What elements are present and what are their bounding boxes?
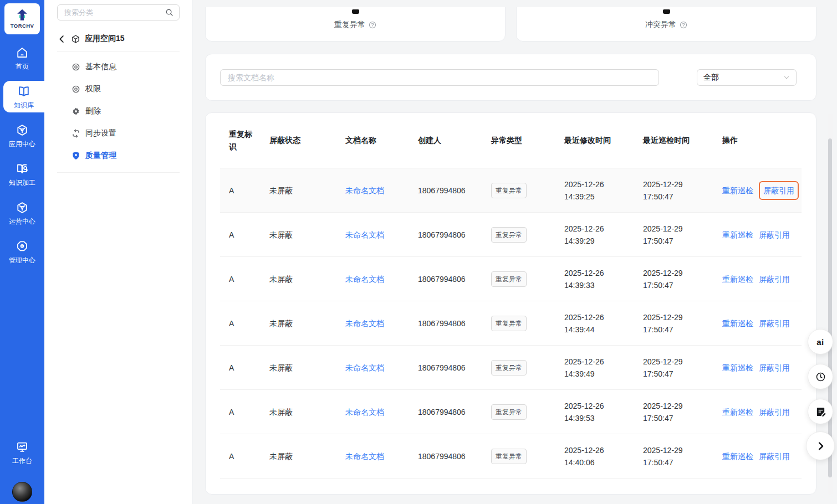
- duplicate-mark: A: [220, 362, 261, 374]
- torchv-logo-icon: [15, 9, 29, 22]
- rail-nav-knowledge-base[interactable]: 知识库: [3, 81, 44, 112]
- column-header: 操作: [713, 134, 802, 147]
- chevron-down-icon: [783, 74, 790, 81]
- inspected-time: 2025-12-29 17:50:47: [634, 444, 713, 469]
- block-reference-link[interactable]: 屏蔽引用: [759, 181, 799, 200]
- recheck-link[interactable]: 重新巡检: [722, 229, 753, 241]
- help-icon[interactable]: [680, 21, 687, 29]
- rail-nav-app-center[interactable]: 应用中心: [0, 120, 44, 151]
- table-row: A 未屏蔽 未命名文档 18067994806 重复异常 2025-12-26 …: [220, 346, 802, 390]
- recheck-link[interactable]: 重新巡检: [722, 317, 753, 330]
- anomaly-table-panel: 重复标识 屏蔽状态 文档名称 创建人 异常类型 最近修改时间 最近巡检时间 操作…: [205, 112, 816, 495]
- floating-button-notes[interactable]: [808, 399, 833, 424]
- document-name-link[interactable]: 未命名文档: [345, 186, 384, 195]
- document-name-link[interactable]: 未命名文档: [345, 363, 384, 372]
- block-reference-link[interactable]: 屏蔽引用: [759, 317, 790, 330]
- sidebar-item-quality-management[interactable]: 质量管理: [57, 145, 180, 167]
- scrollbar-thumb[interactable]: [828, 138, 832, 477]
- recheck-link[interactable]: 重新巡检: [722, 362, 753, 374]
- document-name-link[interactable]: 未命名文档: [345, 319, 384, 328]
- document-name-link[interactable]: 未命名文档: [345, 408, 384, 416]
- floating-button-history[interactable]: [808, 364, 833, 389]
- stat-number-clipped: [663, 9, 670, 14]
- stat-card-duplicate: 重复异常: [205, 7, 506, 42]
- modified-time: 2025-12-26 14:39:33: [555, 267, 634, 291]
- recheck-link[interactable]: 重新巡检: [722, 450, 753, 462]
- type-filter-select[interactable]: 全部: [697, 69, 797, 86]
- type-filter-value: 全部: [703, 73, 719, 83]
- block-status: 未屏蔽: [261, 450, 336, 462]
- stat-label: 冲突异常: [645, 20, 676, 30]
- table-body: A 未屏蔽 未命名文档 18067994806 重复异常 2025-12-26 …: [220, 168, 802, 479]
- creator: 18067994806: [409, 273, 482, 285]
- document-name-link[interactable]: 未命名文档: [345, 452, 384, 461]
- main-content: 重复异常 冲突异常 全部: [193, 0, 837, 504]
- inspected-time: 2025-12-29 17:50:47: [634, 267, 713, 291]
- modified-time: 2025-12-26 14:39:25: [555, 178, 634, 203]
- sidebar-item-delete[interactable]: 删除: [57, 100, 180, 122]
- category-search-input[interactable]: [63, 8, 161, 17]
- anomaly-type-tag: 重复异常: [491, 183, 527, 198]
- inspected-time: 2025-12-29 17:50:47: [634, 356, 713, 380]
- rail-nav-admin-center[interactable]: 管理中心: [0, 236, 44, 268]
- document-name-link[interactable]: 未命名文档: [345, 275, 384, 284]
- anomaly-type-tag: 重复异常: [491, 449, 527, 464]
- open-book-icon: [17, 84, 31, 99]
- creator: 18067994806: [409, 406, 482, 418]
- creator: 18067994806: [409, 362, 482, 374]
- creator: 18067994806: [409, 450, 482, 462]
- stat-cards-row: 重复异常 冲突异常: [205, 7, 816, 42]
- sidebar-item-sync-settings[interactable]: 同步设置: [57, 122, 180, 145]
- brand-logo: TORCHV: [4, 3, 40, 34]
- inspected-time: 2025-12-29 17:50:47: [634, 400, 713, 424]
- modified-time: 2025-12-26 14:39:49: [555, 356, 634, 380]
- rail-nav-operation-center[interactable]: 运营中心: [0, 197, 44, 229]
- category-search-box: [57, 4, 180, 20]
- duplicate-mark: A: [220, 273, 261, 285]
- floating-button-ai-assistant[interactable]: ai: [808, 329, 833, 354]
- space-menu: 基本信息 权限 删除 同步设置: [57, 52, 180, 173]
- column-header: 异常类型: [482, 134, 555, 147]
- stat-card-conflict: 冲突异常: [516, 7, 816, 42]
- block-reference-link[interactable]: 屏蔽引用: [759, 362, 790, 374]
- user-avatar[interactable]: [12, 482, 32, 502]
- document-name-link[interactable]: 未命名文档: [345, 230, 384, 239]
- duplicate-mark: A: [220, 406, 261, 418]
- document-search-box: [220, 69, 659, 86]
- home-icon: [15, 45, 29, 60]
- recheck-link[interactable]: 重新巡检: [722, 406, 753, 418]
- block-reference-link[interactable]: 屏蔽引用: [759, 406, 790, 418]
- rail-nav-home[interactable]: 首页: [0, 42, 44, 74]
- table-row: A 未屏蔽 未命名文档 18067994806 重复异常 2025-12-26 …: [220, 301, 802, 346]
- recheck-link[interactable]: 重新巡检: [722, 184, 753, 197]
- block-reference-link[interactable]: 屏蔽引用: [759, 273, 790, 285]
- recheck-link[interactable]: 重新巡检: [722, 273, 753, 285]
- block-status: 未屏蔽: [261, 229, 336, 241]
- column-header: 创建人: [409, 134, 482, 147]
- table-row: A 未屏蔽 未命名文档 18067994806 重复异常 2025-12-26 …: [220, 213, 802, 257]
- octagon-dot-icon: [15, 239, 29, 254]
- table-row: A 未屏蔽 未命名文档 18067994806 重复异常 2025-12-26 …: [220, 257, 802, 301]
- creator: 18067994806: [409, 229, 482, 241]
- block-status: 未屏蔽: [261, 362, 336, 374]
- rail-nav-knowledge-processing[interactable]: 知识加工: [0, 158, 44, 190]
- help-icon[interactable]: [369, 21, 376, 29]
- gear-icon: [72, 107, 80, 116]
- rail-nav-list: 首页 知识库 应用中心 知识加工: [0, 42, 44, 275]
- inspected-time: 2025-12-29 17:50:47: [634, 178, 713, 203]
- sidebar-item-permission[interactable]: 权限: [57, 78, 180, 100]
- secondary-sidebar: 应用空间15 基本信息 权限 删除: [44, 0, 193, 504]
- modified-time: 2025-12-26 14:39:53: [555, 400, 634, 424]
- floating-button-expand[interactable]: [806, 431, 835, 460]
- table-row: A 未屏蔽 未命名文档 18067994806 重复异常 2025-12-26 …: [220, 434, 802, 479]
- sync-icon: [72, 129, 80, 138]
- collapse-back-button[interactable]: [57, 34, 67, 44]
- modified-time: 2025-12-26 14:39:29: [555, 223, 634, 247]
- block-reference-link[interactable]: 屏蔽引用: [759, 229, 790, 241]
- block-reference-link[interactable]: 屏蔽引用: [759, 450, 790, 462]
- rail-nav-workbench[interactable]: 工作台: [12, 436, 32, 468]
- document-search-input[interactable]: [227, 73, 652, 83]
- primary-nav-rail: TORCHV 首页 知识库 应用中心: [0, 0, 44, 504]
- sidebar-item-basic-info[interactable]: 基本信息: [57, 56, 180, 78]
- stat-label: 重复异常: [334, 20, 365, 30]
